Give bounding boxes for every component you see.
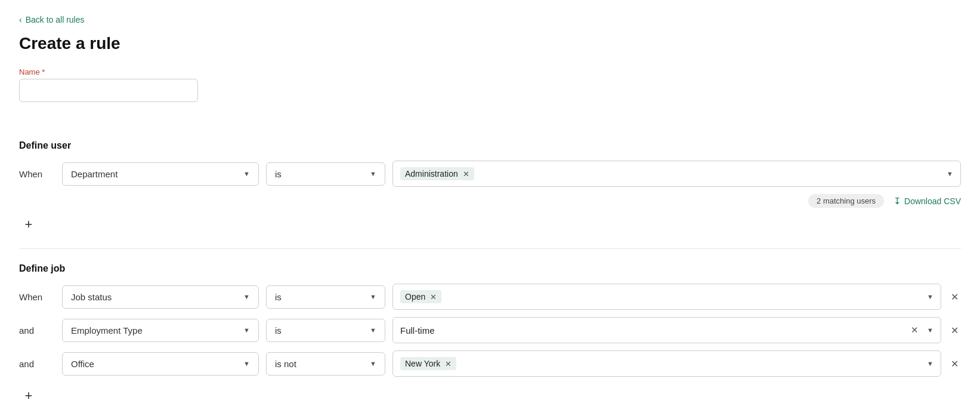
job-value-0-chevron-icon: ▼ <box>927 293 933 300</box>
matching-bar: 2 matching users ↧ Download CSV <box>19 194 961 208</box>
job-operator-0-chevron-icon: ▼ <box>370 293 376 300</box>
administration-tag: Administration ✕ <box>400 167 474 180</box>
user-operator-label: is <box>275 169 282 179</box>
job-value-1-field[interactable]: Full-time ✕ ▼ <box>392 317 941 343</box>
job-row-2-remove[interactable]: ✕ <box>948 356 961 372</box>
add-user-condition-button[interactable]: + <box>19 215 38 234</box>
job-tag-area-1: Full-time <box>400 325 907 336</box>
define-job-title: Define job <box>19 263 961 274</box>
job-rule-row-1: and Employment Type ▼ is ▼ Full-time ✕ ▼… <box>19 317 961 343</box>
job-row-1-remove[interactable]: ✕ <box>948 322 961 339</box>
department-field-label: Department <box>71 169 118 179</box>
user-rule-row: When Department ▼ is ▼ Administration ✕ … <box>19 161 961 187</box>
name-input[interactable] <box>19 79 198 102</box>
job-operator-0-field[interactable]: is ▼ <box>266 285 385 309</box>
office-chevron-icon: ▼ <box>243 360 250 367</box>
name-label: Name * <box>19 67 961 76</box>
job-status-field[interactable]: Job status ▼ <box>62 285 259 309</box>
job-operator-1-label: is <box>275 325 282 336</box>
department-field[interactable]: Department ▼ <box>62 162 259 186</box>
user-value-chevron-icon: ▼ <box>947 170 953 177</box>
user-operator-field[interactable]: is ▼ <box>266 162 385 186</box>
job-row-2-prefix: and <box>19 359 55 369</box>
employment-type-label: Employment Type <box>71 325 143 336</box>
back-link[interactable]: ‹ Back to all rules <box>19 15 85 24</box>
user-value-field[interactable]: Administration ✕ ▼ <box>392 161 961 187</box>
define-job-section: Define job When Job status ▼ is ▼ Open ✕… <box>19 263 961 400</box>
job-row-0-prefix: When <box>19 292 55 302</box>
user-tag-area: Administration ✕ <box>400 167 942 180</box>
job-row-1-prefix: and <box>19 325 55 336</box>
job-operator-1-field[interactable]: is ▼ <box>266 319 385 342</box>
new-york-tag-remove[interactable]: ✕ <box>445 360 452 368</box>
add-job-condition-button[interactable]: + <box>19 386 38 400</box>
administration-tag-remove[interactable]: ✕ <box>463 170 469 178</box>
fulltime-value: Full-time <box>400 325 435 336</box>
job-value-2-chevron-icon: ▼ <box>927 360 933 367</box>
employment-type-field[interactable]: Employment Type ▼ <box>62 319 259 342</box>
job-row-0-remove[interactable]: ✕ <box>948 289 961 305</box>
section-divider <box>19 248 961 249</box>
page-title: Create a rule <box>19 34 961 53</box>
job-operator-1-chevron-icon: ▼ <box>370 327 376 334</box>
define-user-title: Define user <box>19 140 961 151</box>
name-field-group: Name * <box>19 67 961 121</box>
user-operator-chevron-icon: ▼ <box>370 170 376 177</box>
department-chevron-icon: ▼ <box>243 170 250 177</box>
office-field[interactable]: Office ▼ <box>62 352 259 376</box>
open-tag: Open ✕ <box>400 290 441 303</box>
job-tag-area-2: New York ✕ <box>400 357 922 370</box>
fulltime-clear-icon[interactable]: ✕ <box>911 325 919 336</box>
chevron-left-icon: ‹ <box>19 15 22 24</box>
job-status-chevron-icon: ▼ <box>243 293 250 300</box>
job-value-2-field[interactable]: New York ✕ ▼ <box>392 350 941 377</box>
new-york-tag: New York ✕ <box>400 357 456 370</box>
job-tag-area-0: Open ✕ <box>400 290 922 303</box>
matching-badge: 2 matching users <box>808 194 884 208</box>
when-label: When <box>19 169 55 179</box>
define-user-section: Define user When Department ▼ is ▼ Admin… <box>19 140 961 234</box>
job-rule-row-2: and Office ▼ is not ▼ New York ✕ ▼ ✕ <box>19 350 961 377</box>
job-operator-0-label: is <box>275 292 282 302</box>
open-tag-remove[interactable]: ✕ <box>430 293 437 301</box>
job-value-0-field[interactable]: Open ✕ ▼ <box>392 284 941 310</box>
job-status-label: Job status <box>71 292 112 302</box>
office-label: Office <box>71 359 94 369</box>
download-icon: ↧ <box>894 196 901 207</box>
download-csv-link[interactable]: ↧ Download CSV <box>894 196 961 207</box>
job-value-1-chevron-icon: ▼ <box>927 327 933 334</box>
job-operator-2-label: is not <box>275 359 296 369</box>
job-operator-2-field[interactable]: is not ▼ <box>266 352 385 376</box>
job-operator-2-chevron-icon: ▼ <box>370 360 376 367</box>
job-rule-row-0: When Job status ▼ is ▼ Open ✕ ▼ ✕ <box>19 284 961 310</box>
employment-type-chevron-icon: ▼ <box>243 327 250 334</box>
